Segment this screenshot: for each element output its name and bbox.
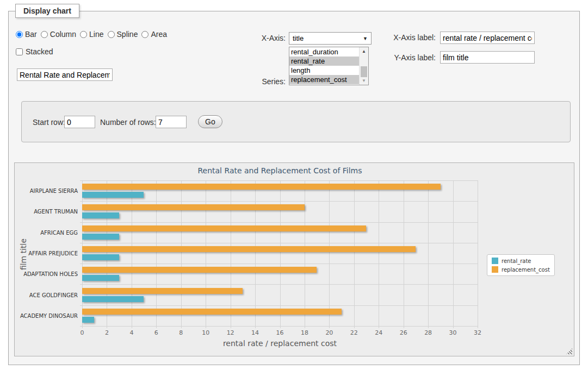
stacked-option[interactable]: Stacked: [16, 47, 53, 56]
y-category-labels: AIRPLANE SIERRAAGENT TRUMANAFRICAN EGGAF…: [15, 180, 78, 326]
x-tick-label: 0: [81, 329, 84, 336]
series-scrollbar[interactable]: ▲ ▼: [359, 47, 368, 85]
x-tick-label: 18: [301, 329, 308, 336]
legend-item-replacement_cost[interactable]: replacement_cost: [492, 266, 550, 273]
resize-grip-icon[interactable]: [566, 348, 572, 354]
y-category-label: ACE GOLDFINGER: [29, 292, 78, 298]
series-option-rental_duration[interactable]: rental_duration: [289, 47, 359, 57]
bar-group: [82, 264, 478, 284]
bar-rental_rate: [82, 275, 119, 281]
x-axis-select-label: X-Axis:: [243, 34, 286, 42]
start-row-label: Start row:: [33, 118, 65, 127]
bar-rental_rate: [82, 296, 144, 302]
x-tick-label: 32: [474, 329, 481, 336]
x-tick-label: 2: [105, 329, 109, 336]
x-tick-label: 14: [251, 329, 259, 336]
x-tick-label: 6: [154, 329, 158, 336]
series-option-replacement_cost[interactable]: replacement_cost: [289, 75, 359, 84]
x-tick-label: 12: [227, 329, 234, 336]
y-category-label: ACADEMY DINOSAUR: [20, 312, 78, 318]
radio-area[interactable]: [141, 31, 148, 38]
bar-rental_rate: [82, 317, 94, 323]
y-category-label: AFFAIR PREJUDICE: [28, 250, 78, 256]
x-tick-label: 8: [179, 329, 183, 336]
bar-replacement_cost: [82, 267, 317, 273]
radio-label: Line: [89, 30, 103, 39]
x-axis-select[interactable]: title ▼: [289, 32, 372, 45]
chart-type-option-spline[interactable]: Spline: [108, 30, 138, 39]
radio-bar[interactable]: [16, 31, 23, 38]
radio-label: Column: [50, 30, 76, 39]
bar-rental_rate: [82, 254, 119, 260]
x-ticks: 02468101214161820222426283032: [82, 329, 478, 337]
series-option-rental_rate[interactable]: rental_rate: [289, 57, 359, 66]
x-axis-label-label: X-Axis label:: [368, 33, 436, 42]
series-option-length[interactable]: length: [289, 66, 359, 75]
series-options: rental_durationrental_ratelengthreplacem…: [289, 47, 359, 84]
bar-group: [82, 201, 478, 222]
chart-title: Rental Rate and Replacement Cost of Film…: [82, 166, 478, 175]
x-tick-label: 10: [202, 329, 209, 336]
display-chart-panel: Display chart BarColumnLineSplineArea St…: [8, 11, 580, 365]
x-tick-label: 26: [400, 329, 407, 336]
x-axis-label-input[interactable]: [440, 32, 535, 44]
bar-group: [82, 243, 478, 264]
y-axis-label-label: Y-Axis label:: [368, 53, 436, 62]
start-row-input[interactable]: [64, 116, 95, 128]
stacked-checkbox[interactable]: [16, 48, 23, 55]
bar-group: [82, 284, 478, 305]
radio-line[interactable]: [80, 31, 87, 38]
series-select-label: Series:: [243, 77, 286, 86]
chart-title-input[interactable]: [17, 68, 113, 81]
bar-group: [82, 305, 478, 326]
bar-rental_rate: [82, 234, 119, 240]
bar-replacement_cost: [82, 184, 441, 190]
radio-label: Bar: [25, 30, 37, 39]
bar-replacement_cost: [82, 204, 305, 210]
chart-type-option-bar[interactable]: Bar: [16, 30, 37, 39]
x-tick-label: 4: [129, 329, 133, 336]
bar-replacement_cost: [82, 225, 366, 231]
y-category-label: AIRPLANE SIERRA: [30, 188, 78, 194]
number-of-rows-input[interactable]: [156, 116, 187, 128]
bar-group: [82, 180, 478, 201]
plot-area: [82, 180, 478, 326]
scroll-up-icon[interactable]: ▲: [360, 47, 368, 55]
bar-rental_rate: [82, 192, 144, 198]
gridline-vertical: [478, 180, 478, 328]
gridline-horizontal: [80, 326, 478, 327]
bar-rows: [82, 180, 478, 326]
chart-x-axis-title: rental rate / replacement cost: [82, 339, 478, 348]
x-tick-label: 24: [375, 329, 382, 336]
radio-label: Area: [151, 30, 167, 39]
scrollbar-thumb[interactable]: [361, 66, 367, 77]
bar-rental_rate: [82, 212, 119, 218]
legend-item-rental_rate[interactable]: rental_rate: [492, 258, 550, 264]
bar-replacement_cost: [82, 246, 416, 252]
legend-label: replacement_cost: [502, 267, 550, 273]
chart-type-option-line[interactable]: Line: [80, 30, 103, 39]
legend-swatch-icon: [492, 266, 498, 273]
radio-column[interactable]: [41, 31, 48, 38]
scroll-down-icon[interactable]: ▼: [360, 77, 368, 85]
radio-label: Spline: [117, 30, 138, 39]
x-tick-label: 20: [325, 329, 333, 336]
radio-spline[interactable]: [108, 31, 115, 38]
x-tick-label: 22: [350, 329, 358, 336]
x-tick-label: 16: [276, 329, 284, 336]
x-tick-label: 30: [449, 329, 457, 336]
series-select[interactable]: rental_durationrental_ratelengthreplacem…: [289, 47, 369, 85]
y-category-label: ADAPTATION HOLES: [23, 271, 78, 277]
y-axis-label-input[interactable]: [440, 51, 535, 64]
number-of-rows-label: Number of rows:: [100, 118, 156, 127]
legend-swatch-icon: [492, 258, 498, 264]
panel-legend: Display chart: [15, 4, 79, 18]
go-button[interactable]: Go: [198, 115, 222, 128]
chevron-down-icon: ▼: [363, 36, 368, 41]
bar-replacement_cost: [82, 288, 243, 294]
x-axis-select-value: title: [293, 34, 304, 42]
y-category-label: AFRICAN EGG: [40, 229, 78, 235]
chart-type-option-column[interactable]: Column: [41, 30, 76, 39]
chart-type-option-area[interactable]: Area: [141, 30, 167, 39]
x-tick-label: 28: [424, 329, 432, 336]
